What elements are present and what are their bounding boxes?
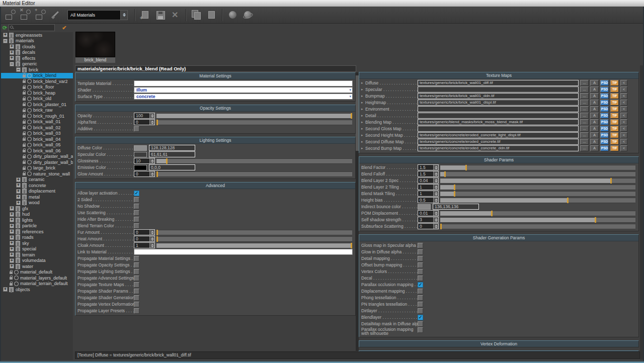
tree-item-hud[interactable]: +hud <box>1 212 73 218</box>
alpha-button[interactable]: A <box>590 139 599 145</box>
tree-item-metal[interactable]: +metal <box>1 194 73 200</box>
tree-item-brick-wall-01[interactable]: brick_wall_01 <box>1 119 73 125</box>
tree-item-brick-wall-06[interactable]: brick_wall_06 <box>1 148 73 154</box>
chevron-down-icon[interactable]: ▾ <box>349 88 352 92</box>
tree-item-brick-blend-var2[interactable]: brick_blend_var2 <box>1 78 73 84</box>
add-material-icon[interactable]: + <box>139 9 152 22</box>
spin-field[interactable]: 0 <box>418 223 439 229</box>
copy-left-button[interactable]: < <box>620 113 627 119</box>
psd-icon[interactable]: PSD <box>600 132 609 138</box>
spin-field[interactable]: 0.01 <box>418 210 439 216</box>
slider-handle[interactable] <box>156 171 158 177</box>
reset-material-icon[interactable]: ✕ <box>19 9 32 22</box>
checkbox[interactable] <box>418 302 423 307</box>
expand-icon[interactable]: + <box>10 44 14 49</box>
expand-icon[interactable]: + <box>10 212 14 217</box>
expand-icon[interactable]: + <box>10 252 14 257</box>
tif-icon[interactable]: TIF <box>610 113 619 119</box>
slider-handle[interactable] <box>610 178 612 184</box>
tif-icon[interactable]: TIF <box>610 86 619 93</box>
section-header[interactable]: Shader Params <box>359 157 638 163</box>
slider[interactable] <box>440 211 635 216</box>
tree-item-brick-rough-01[interactable]: brick_rough_01 <box>1 113 73 119</box>
text-field[interactable] <box>134 249 353 255</box>
expand-arrow-icon[interactable]: ▸ <box>361 132 365 138</box>
psd-icon[interactable]: PSD <box>600 106 609 112</box>
texture-path-field[interactable]: textures/generic/concrete/eroded_concret… <box>418 132 579 138</box>
spin-field[interactable]: 0.5 <box>418 197 439 203</box>
expand-icon[interactable]: + <box>10 206 14 211</box>
browse-button[interactable]: ... <box>580 100 589 106</box>
tif-icon[interactable]: TIF <box>610 126 619 132</box>
checkbox[interactable] <box>134 308 139 314</box>
tree-item-sky[interactable]: +sky <box>1 240 73 246</box>
alpha-button[interactable]: A <box>590 113 599 119</box>
color-swatch[interactable] <box>134 152 147 157</box>
tree-item-clouds[interactable]: +clouds <box>1 44 73 50</box>
spin-field[interactable]: 10 <box>134 158 155 164</box>
expand-icon[interactable]: + <box>10 218 14 222</box>
tree-item-nature-stone-wall[interactable]: nature_stone_wall <box>1 171 73 177</box>
section-header[interactable]: Lighting Settings <box>75 137 355 144</box>
browse-button[interactable]: ... <box>580 132 589 138</box>
spinner-arrows-icon[interactable] <box>433 211 438 216</box>
copy-left-button[interactable]: < <box>620 145 627 151</box>
tif-icon[interactable]: TIF <box>610 80 619 86</box>
alpha-button[interactable]: A <box>590 106 599 112</box>
preview-backlight-icon[interactable] <box>242 9 255 22</box>
checkbox[interactable] <box>418 243 423 248</box>
psd-icon[interactable]: PSD <box>600 139 609 145</box>
slider[interactable] <box>156 243 352 248</box>
checkbox[interactable] <box>134 217 139 222</box>
checkbox[interactable] <box>418 289 423 294</box>
checkbox[interactable] <box>134 197 139 203</box>
checkbox[interactable] <box>134 256 139 261</box>
preview-thumbnail[interactable] <box>75 32 115 57</box>
spin-field[interactable]: 1.5 <box>418 164 439 170</box>
spinner-arrows-icon[interactable] <box>149 236 154 241</box>
browse-button[interactable]: ... <box>580 139 589 145</box>
checkbox[interactable] <box>134 302 139 307</box>
text-field[interactable] <box>134 80 353 86</box>
spin-field[interactable]: 1 <box>134 242 155 248</box>
paste-material-icon[interactable] <box>205 9 218 22</box>
checkbox[interactable] <box>418 262 423 268</box>
expand-icon[interactable]: + <box>10 258 14 263</box>
expand-icon[interactable]: + <box>10 247 14 251</box>
tree-item-references[interactable]: +references <box>1 229 73 235</box>
assign-material-icon[interactable] <box>4 9 17 22</box>
tree-item-materials[interactable]: −materials <box>1 38 73 44</box>
checkbox[interactable] <box>134 204 139 209</box>
slider-handle[interactable] <box>156 236 158 242</box>
delete-material-icon[interactable]: ✕ <box>169 9 182 22</box>
tree-item-concrete[interactable]: +concrete <box>1 183 73 189</box>
slider[interactable] <box>156 113 352 119</box>
expand-icon[interactable]: + <box>10 224 14 228</box>
search-box[interactable] <box>9 24 55 31</box>
expand-icon[interactable]: + <box>10 241 14 245</box>
tree-item-brick-old[interactable]: brick_old <box>1 96 73 102</box>
checkbox[interactable] <box>134 269 139 275</box>
tree-item-special[interactable]: +special <box>1 246 73 252</box>
tree-item-ceramic[interactable]: +ceramic <box>1 177 73 183</box>
tree-item-brick-blend[interactable]: brick_blend <box>1 73 73 79</box>
spinner-arrows-icon[interactable] <box>433 198 438 203</box>
expand-arrow-icon[interactable]: ▸ <box>361 145 365 151</box>
chevron-down-icon[interactable]: ▾ <box>349 95 352 99</box>
alpha-button[interactable]: A <box>590 126 599 132</box>
checkbox[interactable]: ✓ <box>418 282 423 288</box>
checkbox[interactable] <box>418 327 423 333</box>
spin-field[interactable]: 0 <box>134 119 155 125</box>
expand-icon[interactable]: + <box>3 287 8 292</box>
tree-item-dirty-plaster-wall-b[interactable]: dirty_plaster_wall_b <box>1 159 73 165</box>
tif-icon[interactable]: TIF <box>610 93 619 99</box>
spinner-arrows-icon[interactable] <box>149 230 154 235</box>
tree-item-objects[interactable]: +objects <box>1 287 73 293</box>
expand-arrow-icon[interactable]: ▸ <box>361 139 365 145</box>
checkbox[interactable] <box>134 289 139 294</box>
section-header[interactable]: Vertex Deformation <box>359 341 638 347</box>
alpha-button[interactable]: A <box>590 100 599 106</box>
tree-item-wood[interactable]: +wood <box>1 200 73 206</box>
collapse-icon[interactable]: − <box>10 62 14 66</box>
tree-item-material-terrain-default[interactable]: material_terrain_default <box>1 281 73 287</box>
